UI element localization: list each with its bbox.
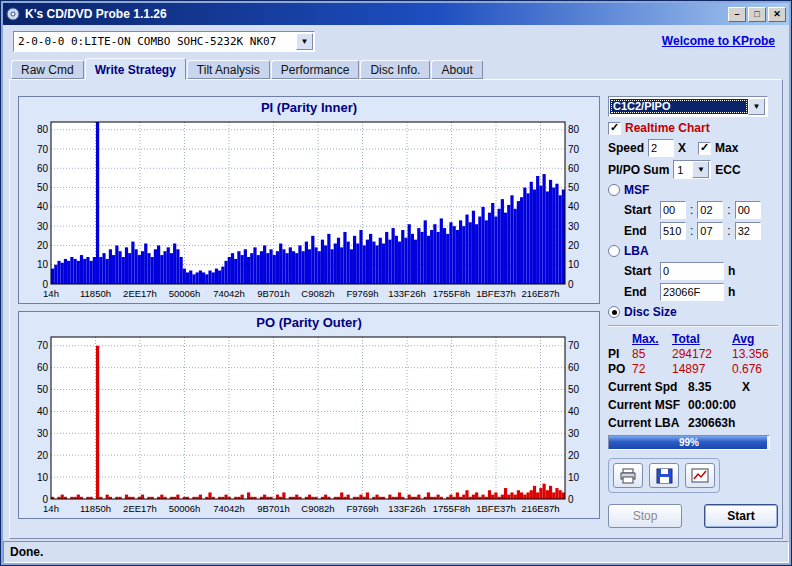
svg-text:30: 30 [37,428,49,439]
svg-text:60: 60 [568,163,580,174]
welcome-link[interactable]: Welcome to KProbe [662,34,775,48]
svg-text:10: 10 [37,472,49,483]
msf-end-sec[interactable] [697,222,723,240]
current-speed-unit: X [742,380,750,394]
svg-text:2EE17h: 2EE17h [123,288,157,299]
maximize-button[interactable]: □ [748,7,766,22]
tab-raw-cmd[interactable]: Raw Cmd [11,60,84,79]
lba-start-label: Start [624,264,656,278]
pi-chart: PI (Parity Inner) 0010102020303040405050… [18,96,600,304]
msf-end-frame[interactable] [735,222,761,240]
toolbar: 2-0-0-0 0:LITE-ON COMBO SOHC-5232K NK07 … [3,25,789,57]
realtime-row: Realtime Chart [608,120,778,136]
stats-header-row: Max. Total Avg [608,332,778,346]
svg-text:20: 20 [568,240,580,251]
svg-text:40: 40 [568,201,580,212]
svg-text:1BFE37h: 1BFE37h [476,503,516,514]
control-panel: C1C2/PIPO ▼ Realtime Chart Speed X Max P… [602,80,783,538]
drive-select[interactable]: 2-0-0-0 0:LITE-ON COMBO SOHC-5232K NK07 … [13,31,315,52]
tab-about[interactable]: About [431,60,482,79]
speed-label: Speed [608,141,644,155]
pi-chart-title: PI (Parity Inner) [21,99,597,117]
action-row: Stop Start [608,504,778,528]
speed-input[interactable] [648,139,674,157]
svg-text:216E87h: 216E87h [522,288,560,299]
printer-icon [619,468,637,484]
close-button[interactable]: ✕ [768,7,786,22]
status-text: Done. [10,545,43,559]
svg-text:74042h: 74042h [213,288,245,299]
svg-text:0: 0 [568,494,574,505]
svg-text:20: 20 [37,450,49,461]
svg-text:80: 80 [568,124,580,135]
tool-button-group [608,458,720,493]
svg-text:40: 40 [37,201,49,212]
lba-radio-row: LBA [608,243,778,259]
start-button[interactable]: Start [704,504,778,528]
stats-row-pi: PI 85 294172 13.356 [608,347,778,361]
print-button[interactable] [613,463,643,488]
pipo-sum-value: 1 [674,164,692,176]
lba-end-input[interactable] [660,283,724,301]
svg-text:1755F8h: 1755F8h [433,288,471,299]
svg-text:10: 10 [37,259,49,270]
lba-label: LBA [624,244,649,258]
drive-combo-dropdown-icon[interactable]: ▼ [296,33,313,50]
pipo-sum-select[interactable]: 1 ▼ [673,160,711,179]
max-label: Max [715,141,738,155]
svg-text:50: 50 [37,384,49,395]
svg-text:0: 0 [568,279,574,290]
msf-end-min[interactable] [660,222,686,240]
lba-end-row: End h [624,283,778,301]
tab-disc-info[interactable]: Disc Info. [360,60,430,79]
pipo-sum-dropdown-icon[interactable]: ▼ [692,161,709,178]
stop-button[interactable]: Stop [608,504,682,528]
lba-start-input[interactable] [660,262,724,280]
svg-text:11850h: 11850h [80,288,111,299]
save-image-button[interactable] [685,463,715,488]
msf-radio-row: MSF [608,182,778,198]
minimize-button[interactable]: – [728,7,746,22]
tab-performance[interactable]: Performance [271,60,360,79]
svg-text:50: 50 [37,182,49,193]
tab-write-strategy[interactable]: Write Strategy [85,58,186,80]
titlebar: K's CD/DVD Probe 1.1.26 – □ ✕ [3,3,789,25]
svg-text:11850h: 11850h [80,503,111,514]
svg-text:70: 70 [568,340,580,351]
svg-text:20: 20 [568,450,580,461]
svg-text:20: 20 [37,240,49,251]
drive-combo-value: 2-0-0-0 0:LITE-ON COMBO SOHC-5232K NK07 [14,35,296,48]
msf-start-min[interactable] [660,201,686,219]
max-checkbox[interactable] [698,142,711,155]
mode-select[interactable]: C1C2/PIPO ▼ [608,96,768,117]
progress-text: 99% [609,436,769,449]
svg-text:30: 30 [568,428,580,439]
svg-text:F9769h: F9769h [346,503,378,514]
svg-text:50: 50 [568,182,580,193]
save-button[interactable] [649,463,679,488]
svg-text:9B701h: 9B701h [257,288,290,299]
svg-text:50006h: 50006h [169,288,201,299]
lba-end-label: End [624,285,656,299]
lba-radio[interactable] [608,245,620,257]
svg-text:50: 50 [568,384,580,395]
realtime-checkbox[interactable] [608,122,621,135]
svg-text:70: 70 [37,144,49,155]
stats-table: Max. Total Avg PI 85 294172 13.356 PO 72… [608,332,778,376]
svg-text:9B701h: 9B701h [257,503,290,514]
colon: : [727,224,730,238]
lba-start-unit: h [728,264,735,278]
mode-select-dropdown-icon[interactable]: ▼ [748,98,765,115]
colon: : [690,224,693,238]
disc-size-radio[interactable] [608,306,620,318]
msf-start-frame[interactable] [735,201,761,219]
svg-text:1BFE37h: 1BFE37h [476,288,516,299]
svg-text:10: 10 [568,472,580,483]
status-bar: Done. [3,541,789,563]
tab-tilt-analysis[interactable]: Tilt Analysis [187,60,270,79]
po-chart: PO (Parity Outer) 0010102020303040405050… [18,311,600,519]
stats-header-max: Max. [632,332,672,346]
msf-start-sec[interactable] [697,201,723,219]
po-chart-title: PO (Parity Outer) [21,314,597,332]
msf-radio[interactable] [608,184,620,196]
